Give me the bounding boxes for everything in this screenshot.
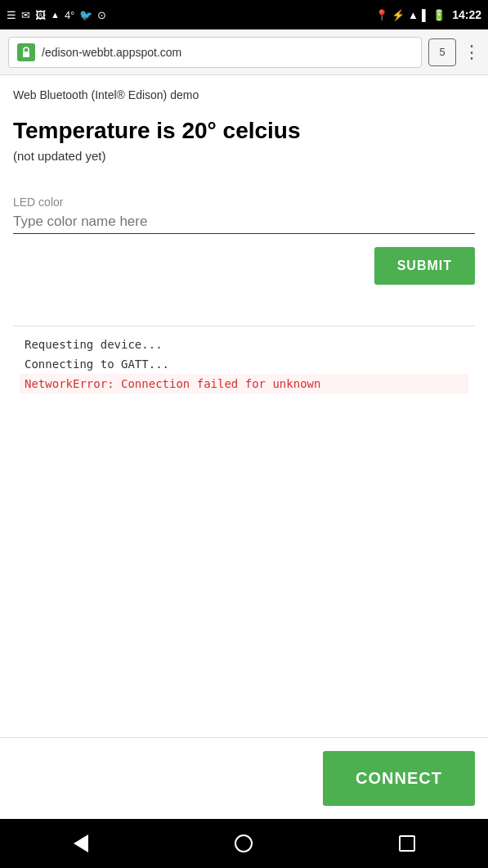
battery-icon: 🔋 — [432, 9, 445, 21]
browser-toolbar: /edison-webbt.appspot.com 5 ⋮ — [0, 29, 488, 75]
wifi-icon: ▲ — [408, 9, 419, 21]
connect-button[interactable]: CONNECT — [323, 751, 475, 806]
image-icon: 🖼 — [35, 9, 46, 21]
log-line-3-error: NetworkError: Connection failed for unkn… — [20, 374, 468, 394]
chrome-icon: ⊙ — [97, 9, 106, 21]
status-icons-left: ☰ ✉ 🖼 ▲ 4° 🐦 ⊙ — [7, 9, 106, 21]
led-color-input[interactable] — [13, 214, 475, 230]
bluetooth-icon: ⚡ — [392, 9, 405, 21]
log-line-2: Connecting to GATT... — [25, 354, 463, 374]
email-icon: ✉ — [21, 9, 30, 21]
location-icon: 📍 — [375, 9, 388, 21]
url-text: /edison-webbt.appspot.com — [42, 46, 181, 59]
submit-button[interactable]: SUBMIT — [374, 247, 475, 285]
temperature-heading: Temperature is 20° celcius — [13, 118, 475, 144]
log-line-1: Requesting device... — [25, 335, 463, 354]
connect-area: CONNECT — [0, 737, 488, 819]
page-subtitle: Web Bluetooth (Intel® Edison) demo — [13, 88, 475, 101]
recents-button[interactable] — [399, 835, 415, 852]
spacer — [13, 402, 475, 737]
mountain-icon: ▲ — [51, 10, 60, 20]
bottom-nav — [0, 819, 488, 868]
status-bar: ☰ ✉ 🖼 ▲ 4° 🐦 ⊙ 📍 ⚡ ▲ ▌ 🔋 14:22 — [0, 0, 488, 29]
submit-row: SUBMIT — [13, 247, 475, 285]
address-bar[interactable]: /edison-webbt.appspot.com — [8, 37, 422, 68]
signal-icon: ▌ — [422, 9, 429, 21]
temperature-icon: 4° — [65, 9, 74, 21]
status-icons-right: 📍 ⚡ ▲ ▌ 🔋 14:22 — [375, 8, 481, 21]
notification-icon: ☰ — [7, 9, 16, 21]
home-button[interactable] — [235, 834, 253, 852]
led-input-row — [13, 214, 475, 234]
browser-menu-button[interactable]: ⋮ — [463, 42, 480, 63]
lock-icon — [17, 43, 35, 61]
not-updated-text: (not updated yet) — [13, 149, 475, 163]
clock: 14:22 — [452, 8, 481, 21]
page-content: Web Bluetooth (Intel® Edison) demo Tempe… — [0, 75, 488, 737]
led-label: LED color — [13, 196, 475, 209]
led-section: LED color SUBMIT — [13, 196, 475, 285]
log-area: Requesting device... Connecting to GATT.… — [13, 326, 475, 402]
back-button[interactable] — [74, 834, 88, 852]
twitter-icon: 🐦 — [79, 9, 92, 21]
tab-count[interactable]: 5 — [428, 38, 456, 66]
svg-rect-0 — [23, 52, 29, 57]
